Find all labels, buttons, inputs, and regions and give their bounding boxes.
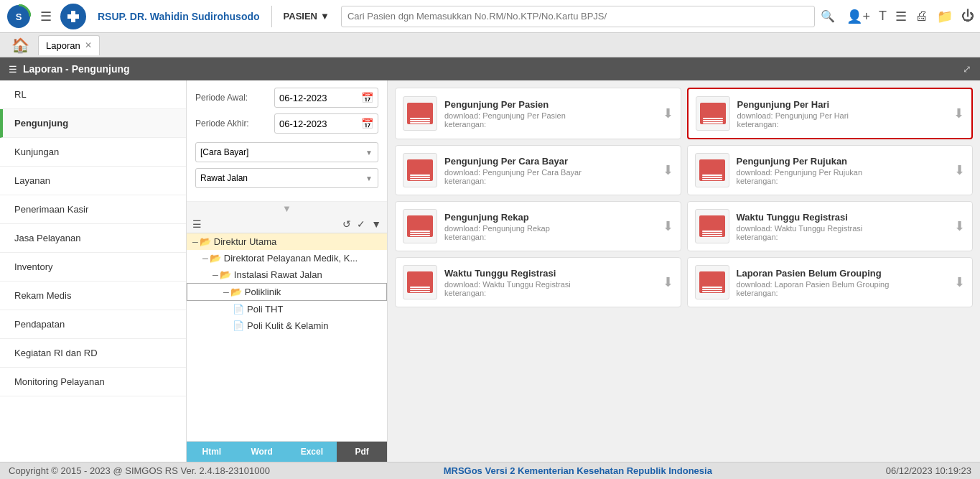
expand-icon[interactable]: ⤢ [963, 63, 971, 75]
report-title-0: Pengunjung Per Pasien [444, 99, 655, 110]
report-dl-5: download: Waktu Tunggu Registrasi [737, 224, 948, 233]
html-button[interactable]: Html [187, 442, 237, 462]
tree-node-poli-tht[interactable]: 📄 Poli THT [187, 301, 387, 317]
list-icon[interactable]: ☰ [895, 9, 907, 24]
word-button[interactable]: Word [237, 442, 287, 462]
sidebar: RL Pengunjung Kunjungan Layanan Penerima… [0, 80, 187, 462]
download-icon-1[interactable]: ⬇ [953, 106, 964, 121]
report-info-5: Waktu Tunggu Registrasi download: Waktu … [737, 212, 948, 241]
tree-node-label-6: Poli Kulit & Kelamin [247, 320, 328, 331]
download-icon-0[interactable]: ⬇ [663, 106, 673, 121]
periode-akhir-input[interactable]: 06-12-2023 📅 [274, 113, 378, 134]
excel-button[interactable]: Excel [287, 442, 337, 462]
download-icon-2[interactable]: ⬇ [663, 162, 673, 178]
tree-node-instalasi[interactable]: ─ 📂 Instalasi Rawat Jalan [187, 266, 387, 283]
sidebar-item-pendapatan[interactable]: Pendapatan [0, 310, 186, 339]
tree-node-label-5: Poli THT [247, 304, 283, 315]
right-panel: Pengunjung Per Pasien download: Pengunju… [388, 80, 980, 462]
rawat-select[interactable]: Rawat Jalan Rawat Inap Semua [195, 168, 378, 188]
download-icon-7[interactable]: ⬇ [954, 274, 965, 290]
main-layout: RL Pengunjung Kunjungan Layanan Penerima… [0, 80, 980, 462]
sidebar-item-rl[interactable]: RL [0, 80, 186, 109]
tree-action-icons: ↺ ✓ ▼ [342, 218, 381, 230]
report-grid: Pengunjung Per Pasien download: Pengunju… [395, 88, 973, 307]
cara-bayar-select[interactable]: [Cara Bayar] [195, 142, 378, 162]
report-card-pengunjung-per-cara-bayar[interactable]: Pengunjung Per Cara Bayar download: Peng… [395, 145, 681, 195]
topbar-actions: 👤+ T ☰ 🖨 📁 ⏻ [846, 9, 974, 24]
footer: Copyright © 2015 - 2023 @ SIMGOS RS Ver.… [0, 462, 980, 479]
periode-awal-input[interactable]: 06-12-2023 📅 [274, 88, 378, 108]
tree-scroll-down-icon[interactable]: ▼ [371, 218, 381, 230]
section-bar: ☰ Laporan - Pengunjung ⤢ [0, 57, 980, 80]
report-card-waktu-tunggu-1[interactable]: Waktu Tunggu Registrasi download: Waktu … [687, 201, 974, 251]
tree-history-icon[interactable]: ↺ [342, 218, 351, 230]
sidebar-item-jasa-pelayanan[interactable]: Jasa Pelayanan [0, 224, 186, 253]
report-ket-2: keterangan: [444, 177, 655, 185]
report-card-pengunjung-per-hari[interactable]: Pengunjung Per Hari download: Pengunjung… [687, 88, 974, 139]
footer-right: 06/12/2023 10:19:23 [886, 465, 971, 476]
home-tab[interactable]: 🏠 [6, 34, 35, 57]
report-title-1: Pengunjung Per Hari [737, 99, 947, 110]
pdf-button[interactable]: Pdf [337, 442, 387, 462]
tab-label: Laporan [46, 40, 80, 51]
svg-text:S: S [16, 11, 22, 22]
tree-node-direktur-utama[interactable]: ─ 📂 Direktur Utama [187, 233, 387, 250]
rawat-row: Rawat Jalan Rawat Inap Semua [195, 168, 378, 188]
tree-list-icon[interactable]: ☰ [192, 218, 202, 230]
download-icon-6[interactable]: ⬇ [663, 274, 673, 290]
print-icon[interactable]: 🖨 [915, 9, 928, 24]
report-ket-0: keterangan: [444, 120, 655, 129]
sidebar-item-inventory[interactable]: Inventory [0, 253, 186, 282]
report-card-pengunjung-per-pasien[interactable]: Pengunjung Per Pasien download: Pengunju… [395, 88, 681, 139]
scroll-hint: ▼ [187, 202, 387, 215]
report-ket-6: keterangan: [444, 289, 655, 297]
report-card-waktu-tunggu-2[interactable]: Waktu Tunggu Registrasi download: Waktu … [395, 257, 681, 307]
pasien-selector[interactable]: PASIEN ▼ [278, 11, 335, 22]
sidebar-item-kunjungan[interactable]: Kunjungan [0, 138, 186, 167]
search-input[interactable] [341, 6, 816, 27]
report-ket-4: keterangan: [444, 233, 655, 241]
report-card-pengunjung-per-rujukan[interactable]: Pengunjung Per Rujukan download: Pengunj… [687, 145, 974, 195]
add-user-icon[interactable]: 👤+ [846, 9, 870, 24]
report-info-7: Laporan Pasien Belum Grouping download: … [737, 268, 948, 297]
tab-close-icon[interactable]: ✕ [85, 40, 92, 50]
text-icon[interactable]: T [879, 9, 887, 24]
section-menu-icon[interactable]: ☰ [9, 64, 17, 75]
report-icon-6 [403, 265, 437, 299]
divider [271, 6, 272, 27]
download-icon-5[interactable]: ⬇ [954, 218, 965, 234]
tree-check-icon[interactable]: ✓ [357, 218, 365, 230]
download-icon-4[interactable]: ⬇ [663, 218, 673, 234]
hamburger-icon[interactable]: ☰ [37, 6, 55, 27]
report-icon-1 [696, 96, 730, 131]
sidebar-item-pengunjung[interactable]: Pengunjung [0, 109, 186, 138]
report-ket-5: keterangan: [737, 233, 948, 241]
search-button[interactable]: 🔍 [821, 9, 835, 23]
sidebar-item-kegiatan-ri-rd[interactable]: Kegiatan RI dan RD [0, 339, 186, 368]
tree-toolbar: ☰ ↺ ✓ ▼ [187, 215, 387, 233]
folder-icon[interactable]: 📁 [937, 9, 953, 24]
sidebar-item-monitoring-pelayanan[interactable]: Monitoring Pelayanan [0, 368, 186, 396]
report-icon-5 [695, 209, 729, 243]
report-info-0: Pengunjung Per Pasien download: Pengunju… [444, 99, 655, 129]
logout-icon[interactable]: ⏻ [961, 9, 974, 24]
laporan-tab[interactable]: Laporan ✕ [38, 35, 100, 55]
tree-file-icon-1: 📄 [233, 304, 244, 315]
tree-scroll: ─ 📂 Direktur Utama ─ 📂 Direktorat Pelaya… [187, 233, 387, 441]
download-icon-3[interactable]: ⬇ [954, 162, 965, 178]
report-dl-0: download: Pengunjung Per Pasien [444, 111, 655, 120]
report-card-pengunjung-rekap[interactable]: Pengunjung Rekap download: Pengunjung Re… [395, 201, 681, 251]
app-logo: S [6, 4, 32, 29]
tree-folder-icon-2: 📂 [210, 253, 221, 264]
sidebar-item-penerimaan-kasir[interactable]: Penerimaan Kasir [0, 195, 186, 224]
tree-node-poliklinik[interactable]: ─ 📂 Poliklinik [187, 283, 387, 301]
calendar-icon-awal: 📅 [361, 92, 373, 103]
report-card-laporan-pasien-belum-grouping[interactable]: Laporan Pasien Belum Grouping download: … [687, 257, 974, 307]
tree-node-poli-kulit[interactable]: 📄 Poli Kulit & Kelamin [187, 317, 387, 334]
tree-node-direktorat[interactable]: ─ 📂 Direktorat Pelayanan Medik, K... [187, 250, 387, 266]
report-icon-2 [403, 153, 437, 187]
sidebar-item-layanan[interactable]: Layanan [0, 167, 186, 195]
sidebar-item-rekam-medis[interactable]: Rekam Medis [0, 282, 186, 310]
periode-awal-row: Periode Awal: 06-12-2023 📅 [195, 88, 378, 108]
center-panel: Periode Awal: 06-12-2023 📅 Periode Akhir… [187, 80, 388, 462]
